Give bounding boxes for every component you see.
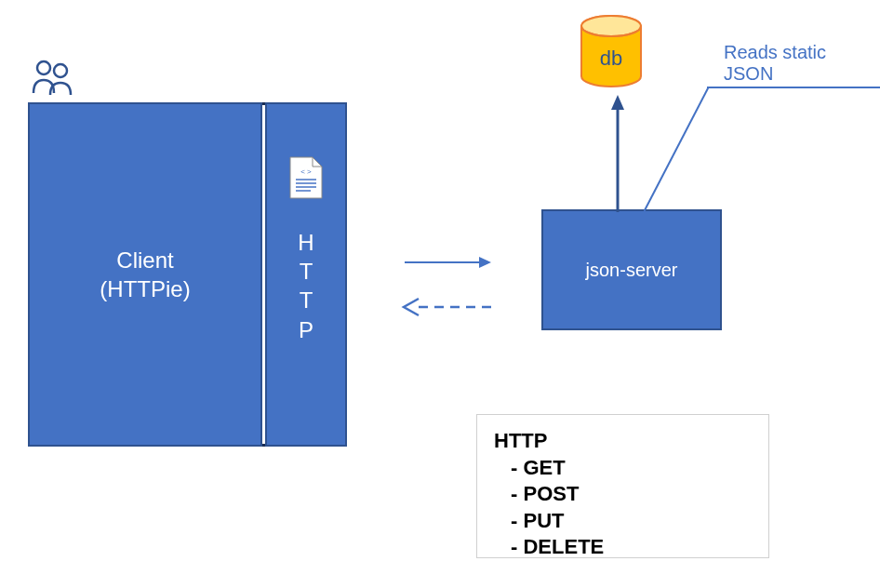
db-label: db [579,47,644,71]
http-method-item: - GET [494,455,752,482]
client-label: Client (HTTPie) [100,246,190,303]
client-box: Client (HTTPie) [28,102,262,447]
svg-marker-11 [611,95,624,110]
request-arrow-icon [400,253,493,272]
reads-annotation-connector [644,87,783,217]
http-methods-title: HTTP [494,428,752,455]
svg-point-0 [37,61,50,74]
http-column-box: < > H T T P [265,102,347,447]
svg-marker-8 [479,257,491,268]
reads-json-label: Reads static JSON [724,42,880,85]
http-vertical-label: H T T P [298,228,313,344]
server-label: json-server [586,260,678,281]
svg-line-14 [644,87,709,212]
server-box: json-server [541,209,722,330]
http-method-item: - DELETE [494,534,752,561]
svg-text:< >: < > [300,167,312,176]
users-icon [30,58,78,97]
svg-point-1 [54,64,67,77]
http-methods-box: HTTP - GET - POST - PUT - DELETE [476,414,769,558]
server-to-db-arrow-icon [608,93,627,214]
http-method-item: - POST [494,481,752,508]
response-arrow-icon [398,296,496,318]
http-method-item: - PUT [494,508,752,535]
code-file-icon: < > [288,155,324,200]
